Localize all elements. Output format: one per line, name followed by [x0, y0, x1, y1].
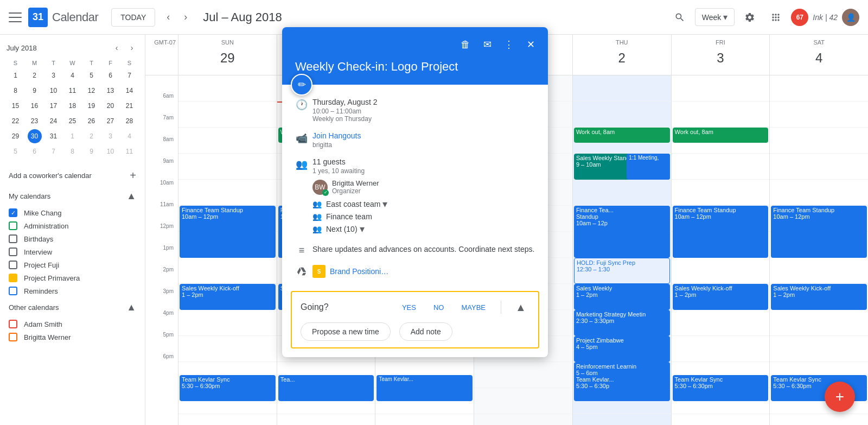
yes-button[interactable]: YES — [398, 301, 420, 314]
delete-event-button[interactable]: 🗑 — [457, 36, 474, 53]
event-finance-standup-fri[interactable]: Finance Team Standup 10am – 12pm — [673, 206, 769, 258]
event-team-kevlar-thu[interactable]: Team Kevlar... 5:30 – 6:30p — [574, 375, 670, 401]
mini-cal-day[interactable]: 5 — [9, 144, 23, 158]
settings-button[interactable] — [739, 7, 761, 28]
mini-cal-day[interactable]: 11 — [66, 84, 80, 98]
ink42-label[interactable]: Ink | 42 — [813, 13, 838, 22]
event-marketing-thu[interactable]: Marketing Strategy Meetin 2:30 – 3:30pm — [574, 310, 670, 336]
mini-cal-day[interactable]: 8 — [66, 144, 80, 158]
mini-cal-day[interactable]: 4 — [66, 68, 80, 83]
search-button[interactable] — [669, 7, 691, 28]
mini-cal-day[interactable]: 25 — [66, 114, 80, 128]
mini-cal-day[interactable]: 21 — [123, 99, 137, 113]
today-button[interactable]: TODAY — [111, 8, 155, 27]
mini-cal-day[interactable]: 24 — [47, 114, 61, 128]
sidebar-item-brigitta-werner[interactable]: Brigitta Werner — [0, 331, 145, 344]
event-fuji-sync-thu[interactable]: HOLD: Fuji Sync Prep 12:30 – 1:30 — [574, 258, 670, 284]
popup-video-label[interactable]: Join Hangouts — [312, 131, 539, 140]
mini-cal-day[interactable]: 9 — [28, 84, 42, 98]
mini-cal-day[interactable]: 11 — [123, 144, 137, 158]
calendar-checkbox[interactable] — [9, 333, 17, 341]
calendar-checkbox[interactable] — [9, 274, 17, 282]
calendar-checkbox[interactable] — [9, 261, 17, 269]
email-event-button[interactable]: ✉ — [478, 36, 496, 53]
collapse-button[interactable]: ▲ — [512, 299, 529, 316]
mini-cal-day[interactable]: 6 — [104, 68, 118, 83]
event-1on1-thu[interactable]: 1:1 Meeting, — [627, 154, 669, 180]
event-team-kevlar-sun[interactable]: Team Kevlar Sync 5:30 – 6:30pm — [180, 375, 276, 401]
calendar-checkbox[interactable] — [9, 248, 17, 256]
mini-cal-day[interactable]: 9 — [85, 144, 99, 158]
add-coworker[interactable]: Add a coworker's calendar + — [0, 165, 145, 186]
calendar-checkbox[interactable] — [9, 287, 17, 295]
mini-cal-day[interactable]: 15 — [9, 99, 23, 113]
mini-cal-day[interactable]: 14 — [123, 84, 137, 98]
calendar-checkbox[interactable] — [9, 221, 17, 230]
my-calendars-header[interactable]: My calendars ▲ — [0, 186, 145, 206]
event-team-kevlar-fri[interactable]: Team Kevlar Sync 5:30 – 6:30pm — [673, 375, 769, 401]
more-options-button[interactable]: ⋮ — [500, 36, 518, 53]
mini-cal-day[interactable]: 12 — [85, 84, 99, 98]
mini-cal-day[interactable]: 17 — [47, 99, 61, 113]
mini-cal-day[interactable]: 22 — [9, 114, 23, 128]
calendar-checkbox[interactable] — [9, 320, 17, 328]
mini-cal-day-today[interactable]: 30 — [28, 129, 42, 143]
mini-cal-day[interactable]: 5 — [85, 68, 99, 83]
next-nav-button[interactable]: › — [177, 9, 194, 26]
mini-cal-day[interactable]: 7 — [123, 68, 137, 83]
event-team-kevlar-mon[interactable]: Tea... — [278, 375, 374, 401]
sidebar-item-interview[interactable]: Interview — [0, 245, 145, 258]
mini-cal-day[interactable]: 7 — [47, 144, 61, 158]
mini-cal-day[interactable]: 19 — [85, 99, 99, 113]
sidebar-item-project-fuji[interactable]: Project Fuji — [0, 258, 145, 271]
other-calendars-header[interactable]: Other calendars ▲ — [0, 297, 145, 318]
mini-cal-day[interactable]: 3 — [47, 68, 61, 83]
event-sales-weekly-thu[interactable]: Sales Weekly 1 – 2pm — [574, 284, 670, 310]
calendar-checkbox[interactable] — [9, 234, 17, 243]
create-event-fab[interactable]: + — [825, 382, 855, 412]
popup-attachment[interactable]: S Brand Positioni… — [312, 265, 539, 278]
mini-cal-prev[interactable]: ‹ — [110, 41, 123, 54]
event-team-kevlar-tue[interactable]: Team Kevlar... — [376, 375, 473, 401]
maybe-button[interactable]: MAYBE — [457, 301, 490, 314]
mini-cal-day[interactable]: 10 — [47, 84, 61, 98]
sidebar-item-reminders[interactable]: Reminders — [0, 284, 145, 297]
mini-cal-day[interactable]: 2 — [85, 129, 99, 143]
mini-cal-day[interactable]: 1 — [9, 68, 23, 83]
event-finance-standup-sat[interactable]: Finance Team Standup 10am – 12pm — [771, 206, 867, 258]
mini-cal-day[interactable]: 3 — [104, 129, 118, 143]
close-popup-button[interactable]: ✕ — [522, 36, 539, 53]
hamburger-menu[interactable] — [9, 11, 22, 24]
event-project-zimbabwe-thu[interactable]: Project Zimbabwe 4 – 5pm — [574, 336, 670, 362]
sidebar-item-project-primavera[interactable]: Project Primavera — [0, 271, 145, 284]
event-sales-kickoff-sun[interactable]: Sales Weekly Kick-off 1 – 2pm — [180, 284, 276, 310]
event-workout-thu[interactable]: Work out, 8am — [574, 128, 670, 143]
propose-new-time-button[interactable]: Propose a new time — [301, 322, 391, 341]
mini-cal-day[interactable]: 31 — [47, 129, 61, 143]
event-sales-kickoff-fri[interactable]: Sales Weekly Kick-off 1 – 2pm — [673, 284, 769, 310]
calendar-checkbox[interactable]: ✓ — [9, 208, 17, 217]
edit-event-button[interactable]: ✏ — [291, 74, 312, 96]
mini-cal-day[interactable]: 13 — [104, 84, 118, 98]
mini-cal-next[interactable]: › — [125, 41, 138, 54]
mini-cal-day[interactable]: 20 — [104, 99, 118, 113]
prev-nav-button[interactable]: ‹ — [159, 9, 177, 26]
mini-cal-day[interactable]: 23 — [28, 114, 42, 128]
mini-cal-day[interactable]: 16 — [28, 99, 42, 113]
event-sales-kickoff-sat[interactable]: Sales Weekly Kick-off 1 – 2pm — [771, 284, 867, 310]
apps-button[interactable] — [765, 7, 787, 28]
mini-cal-day[interactable]: 28 — [123, 114, 137, 128]
mini-cal-day[interactable]: 27 — [104, 114, 118, 128]
mini-cal-day[interactable]: 10 — [104, 144, 118, 158]
mini-cal-day[interactable]: 29 — [9, 129, 23, 143]
mini-cal-day[interactable]: 4 — [123, 129, 137, 143]
mini-cal-day[interactable]: 6 — [28, 144, 42, 158]
event-workout-fri[interactable]: Work out, 8am — [673, 128, 769, 143]
add-note-button[interactable]: Add note — [399, 322, 452, 341]
notification-badge[interactable]: 67 — [791, 9, 808, 26]
mini-cal-day[interactable]: 26 — [85, 114, 99, 128]
event-finance-standup-thu[interactable]: Finance Tea... Standup 10am – 12p — [574, 206, 670, 258]
mini-cal-day[interactable]: 18 — [66, 99, 80, 113]
popup-group2[interactable]: 👥 Finance team — [312, 212, 539, 221]
sidebar-item-birthdays[interactable]: Birthdays — [0, 232, 145, 245]
